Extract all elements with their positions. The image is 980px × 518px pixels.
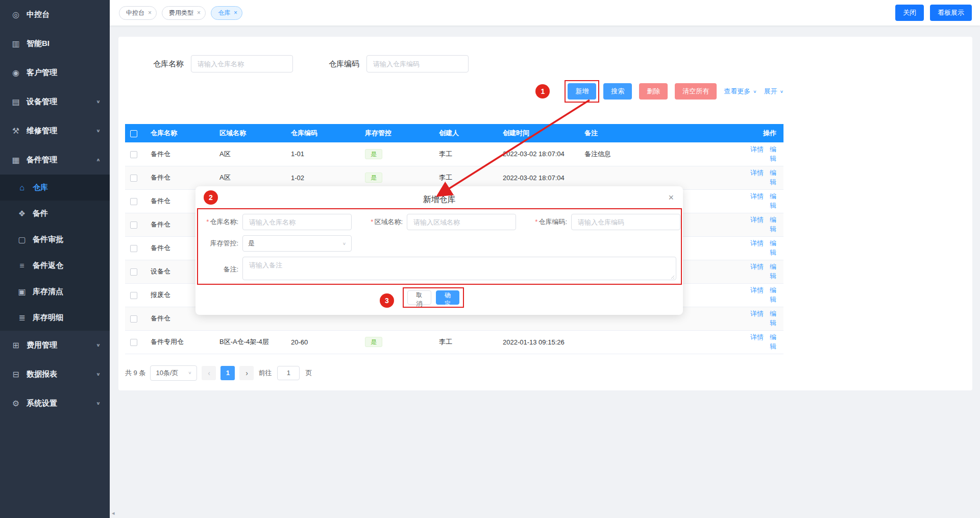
- sidebar-item-label: 智能BI: [27, 39, 50, 48]
- row-checkbox[interactable]: [130, 151, 137, 158]
- edit-link[interactable]: 编辑: [770, 310, 776, 327]
- expand-link[interactable]: 展开 ∨: [764, 87, 783, 96]
- header-checkbox[interactable]: [130, 130, 137, 137]
- sidebar-item-expense[interactable]: ⊞费用管理∨: [0, 331, 110, 360]
- sidebar-item-warehouse[interactable]: ⌂仓库: [0, 175, 110, 201]
- search-button[interactable]: 搜索: [603, 83, 632, 100]
- sidebar-item-spares[interactable]: ▦备件管理∧: [0, 145, 110, 175]
- required-asterisk: *: [371, 218, 373, 226]
- sidebar-item-label: 仓库: [33, 183, 48, 192]
- modal-close-icon[interactable]: ×: [668, 193, 674, 202]
- row-checkbox-cell: [125, 166, 145, 189]
- detail-link[interactable]: 详情: [750, 145, 764, 153]
- sidebar-item-bi[interactable]: ▥智能BI: [0, 29, 110, 58]
- tab-tag[interactable]: 费用类型×: [162, 6, 206, 20]
- sidebar-item-parts-approval[interactable]: ▢备件审批: [0, 227, 110, 253]
- modal-cancel-button[interactable]: 取消: [407, 290, 431, 305]
- sidebar-item-stocktake[interactable]: ▣库存清点: [0, 279, 110, 305]
- modal-remark-textarea[interactable]: [242, 257, 676, 280]
- sidebar-item-devices[interactable]: ▤设备管理∨: [0, 87, 110, 116]
- clear-all-button[interactable]: 清空所有: [675, 83, 717, 100]
- view-more-label: 查看更多: [724, 87, 750, 96]
- modal-code-input[interactable]: [571, 214, 680, 230]
- cell-area-name: B区-A仓-4架-4层: [214, 330, 286, 354]
- sidebar-item-settings[interactable]: ⚙系统设置∨: [0, 389, 110, 418]
- row-checkbox[interactable]: [130, 198, 137, 205]
- page-size-select[interactable]: 10条/页 ∨: [150, 365, 197, 381]
- column-header: 库存管控: [360, 124, 434, 142]
- warehouse-code-input[interactable]: [366, 55, 469, 72]
- modal-control-select[interactable]: 是 ∨: [242, 235, 352, 252]
- edit-link[interactable]: 编辑: [770, 216, 776, 233]
- tag-close-icon[interactable]: ×: [234, 9, 237, 16]
- detail-link[interactable]: 详情: [750, 216, 764, 224]
- cell-actions: 详情编辑: [738, 283, 783, 307]
- edit-link[interactable]: 编辑: [770, 145, 776, 162]
- sidebar-item-parts-return[interactable]: ≡备件返仓: [0, 253, 110, 279]
- sidebar-item-repair[interactable]: ⚒维修管理∨: [0, 116, 110, 145]
- delete-button[interactable]: 删除: [639, 83, 668, 100]
- edit-link[interactable]: 编辑: [770, 169, 776, 186]
- chevron-up-icon: ∧: [96, 157, 101, 162]
- edit-link[interactable]: 编辑: [770, 239, 776, 256]
- row-checkbox[interactable]: [130, 268, 137, 276]
- modal-confirm-button[interactable]: 确定: [436, 290, 460, 305]
- detail-link[interactable]: 详情: [750, 333, 764, 341]
- row-checkbox[interactable]: [130, 175, 137, 182]
- column-header: 仓库编码: [286, 124, 360, 142]
- tab-tag[interactable]: 中控台×: [119, 6, 157, 20]
- view-more-link[interactable]: 查看更多 ∨: [724, 87, 756, 96]
- column-header: 区域名称: [214, 124, 286, 142]
- sidebar-item-console[interactable]: ◎中控台: [0, 0, 110, 29]
- goto-page-input[interactable]: [277, 366, 300, 380]
- expense-icon: ⊞: [11, 340, 20, 350]
- stock-detail-icon: ≣: [17, 313, 27, 323]
- tag-close-icon[interactable]: ×: [148, 9, 152, 16]
- row-checkbox[interactable]: [130, 221, 137, 229]
- cell-stock-control: 是: [360, 330, 434, 354]
- table-row: 备件仓A区1-01是李工2022-03-02 18:07:04备注信息详情编辑: [125, 142, 783, 166]
- reports-icon: ⊟: [11, 369, 20, 379]
- sidebar-submenu: ⌂仓库❖备件▢备件审批≡备件返仓▣库存清点≣库存明细: [0, 175, 110, 331]
- current-page-button[interactable]: 1: [220, 366, 235, 380]
- collapse-arrow-icon[interactable]: ◂: [112, 510, 115, 516]
- board-display-button[interactable]: 看板展示: [930, 5, 972, 21]
- add-button[interactable]: 新增: [568, 83, 596, 100]
- parts-icon: ❖: [17, 209, 27, 218]
- modal-area-input[interactable]: [407, 214, 516, 230]
- chevron-down-icon: ∨: [96, 401, 101, 406]
- tab-tag[interactable]: 仓库×: [211, 6, 242, 20]
- row-checkbox[interactable]: [130, 315, 137, 323]
- warehouse-name-input[interactable]: [191, 55, 293, 72]
- next-page-button[interactable]: ›: [239, 366, 254, 380]
- prev-page-button[interactable]: ‹: [202, 366, 216, 380]
- detail-link[interactable]: 详情: [750, 310, 764, 317]
- detail-link[interactable]: 详情: [750, 239, 764, 247]
- sidebar-menu: ◎中控台▥智能BI◉客户管理▤设备管理∨⚒维修管理∨▦备件管理∧⌂仓库❖备件▢备…: [0, 0, 110, 418]
- modal-name-input[interactable]: [242, 214, 352, 230]
- spares-icon: ▦: [11, 155, 20, 165]
- edit-link[interactable]: 编辑: [770, 286, 776, 303]
- close-button[interactable]: 关闭: [895, 5, 924, 21]
- detail-link[interactable]: 详情: [750, 263, 764, 270]
- return-icon: ≡: [17, 261, 27, 270]
- detail-link[interactable]: 详情: [750, 286, 764, 294]
- row-checkbox-cell: [125, 142, 145, 166]
- row-checkbox[interactable]: [130, 339, 137, 346]
- row-checkbox[interactable]: [130, 245, 137, 252]
- row-checkbox[interactable]: [130, 292, 137, 299]
- detail-link[interactable]: 详情: [750, 192, 764, 200]
- sidebar-item-reports[interactable]: ⊟数据报表∨: [0, 360, 110, 389]
- row-checkbox-cell: [125, 330, 145, 354]
- sidebar-item-parts[interactable]: ❖备件: [0, 201, 110, 227]
- sidebar-item-stock-detail[interactable]: ≣库存明细: [0, 305, 110, 331]
- edit-link[interactable]: 编辑: [770, 333, 776, 350]
- sidebar-item-customers[interactable]: ◉客户管理: [0, 58, 110, 87]
- edit-link[interactable]: 编辑: [770, 263, 776, 280]
- sidebar-item-label: 维修管理: [27, 126, 57, 136]
- detail-link[interactable]: 详情: [750, 169, 764, 177]
- chevron-down-icon: ∨: [342, 241, 346, 246]
- tag-close-icon[interactable]: ×: [197, 9, 201, 16]
- tab-tags: 中控台×费用类型×仓库×: [119, 6, 242, 20]
- edit-link[interactable]: 编辑: [770, 192, 776, 209]
